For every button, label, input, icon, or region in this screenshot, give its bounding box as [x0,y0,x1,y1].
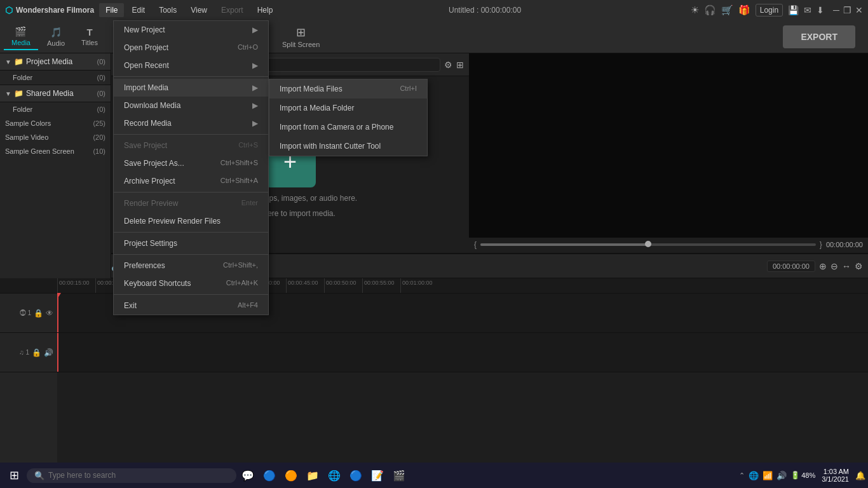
track1-eye-icon[interactable]: 👁 [46,309,53,318]
menu-tools[interactable]: Tools [153,3,183,17]
menu-download-media[interactable]: Download Media ▶ [114,97,268,114]
submenu-import-files[interactable]: Import Media Files Ctrl+I [269,79,427,98]
menu-preferences[interactable]: Preferences Ctrl+Shift+, [114,257,268,274]
submenu-import-instant[interactable]: Import with Instant Cutter Tool [269,137,427,156]
gift-icon[interactable]: 🎁 [738,4,750,16]
sun-icon[interactable]: ☀ [691,4,699,16]
close-button[interactable]: ✕ [855,5,863,15]
audio-tab-icon: 🎵 [50,27,62,38]
volume-tray-icon[interactable]: 🔊 [776,471,787,480]
clock-display[interactable]: 1:03 AM 3/1/2021 [819,468,851,483]
grid-icon[interactable]: ⊞ [456,60,464,70]
menu-export[interactable]: Export [215,3,250,17]
section-project-media-header[interactable]: ▼ 📁 Project Media (0) [0,53,111,71]
taskbar-search-icon: 🔍 [34,471,44,480]
track2-lock-icon[interactable]: 🔒 [32,348,41,357]
chevron-down-icon-2: ▼ [5,90,11,97]
wifi-icon[interactable]: 📶 [763,471,773,480]
taskbar-chrome[interactable]: 🌐 [324,465,344,485]
title-center: Untitled : 00:00:00:00 [279,6,690,15]
sample-colors-item[interactable]: Sample Colors (25) [0,116,111,130]
menu-save-project[interactable]: Save Project Ctrl+S [114,137,268,154]
menu-keyboard-shortcuts[interactable]: Keyboard Shortcuts Ctrl+Alt+K [114,274,268,292]
submenu-import-folder[interactable]: Import a Media Folder [269,98,427,118]
network-icon[interactable]: 🌐 [749,471,759,480]
split-export-area: ⊞ Split Screen EXPORT [269,20,868,53]
import-files-shortcut: Ctrl+I [400,85,417,93]
taskbar-filmora[interactable]: 🎬 [389,465,409,485]
menu-save-as[interactable]: Save Project As... Ctrl+Shift+S [114,154,268,172]
settings-icon[interactable]: ⚙ [855,261,863,271]
tray-up-icon[interactable]: ⌃ [739,471,745,480]
import-instant-label: Import with Instant Cutter Tool [280,142,381,151]
menu-help[interactable]: Help [251,3,280,17]
tab-titles[interactable]: T Titles [74,24,105,49]
track1-number: ⓵ 1 [20,309,31,316]
taskbar-cortana[interactable]: 💬 [238,465,258,485]
menu-delete-preview[interactable]: Delete Preview Render Files [114,212,268,230]
zoom-out-icon[interactable]: ⊖ [831,261,838,271]
menu-record-media[interactable]: Record Media ▶ [114,114,268,132]
menu-import-media[interactable]: Import Media ▶ Import Media Files Ctrl+I… [114,79,268,97]
menu-edit[interactable]: Edit [125,3,151,17]
taskbar-office[interactable]: 🟠 [281,465,301,485]
section-shared-media-header[interactable]: ▼ 📁 Shared Media (0) [0,85,111,102]
folder-icon-2: 📁 [14,89,24,98]
tab-audio[interactable]: 🎵 Audio [39,24,72,50]
headphone-icon[interactable]: 🎧 [704,4,716,16]
split-screen-label: Split Screen [282,41,320,48]
taskbar-word[interactable]: 📝 [367,465,388,485]
menu-project-settings[interactable]: Project Settings [114,234,268,252]
mail-icon[interactable]: ✉ [804,5,811,15]
preview-slider[interactable] [480,243,816,246]
clock-time: 1:03 AM [822,468,849,475]
playhead-line2 [57,333,58,372]
battery-indicator[interactable]: 🔋 48% [790,471,815,480]
download-icon[interactable]: ⬇ [817,5,824,15]
zoom-in-icon[interactable]: ⊕ [819,261,827,271]
left-panel: ▼ 📁 Project Media (0) Folder (0) ▼ 📁 Sha… [0,53,111,278]
minimize-button[interactable]: ─ [833,5,839,15]
chevron-down-icon: ▼ [5,58,11,65]
menu-view[interactable]: View [184,3,214,17]
track1-lock-icon[interactable]: 🔒 [34,309,43,318]
preview-video [469,53,868,238]
menu-open-project[interactable]: Open Project Ctrl+O [114,39,268,57]
export-button[interactable]: EXPORT [783,25,855,48]
project-media-folder[interactable]: Folder (0) [0,71,111,85]
sample-green-screen-item[interactable]: Sample Green Screen (10) [0,144,111,158]
start-button[interactable]: ⊞ [3,464,25,487]
record-arrow: ▶ [252,119,258,128]
audio-tab-label: Audio [47,39,65,47]
split-screen-icon: ⊞ [296,25,306,39]
track2-speaker-icon[interactable]: 🔊 [44,348,53,357]
tab-media[interactable]: 🎬 Media [4,24,38,50]
taskbar-edge[interactable]: 🔵 [259,465,280,485]
track2-body[interactable] [57,333,868,372]
folder-icon: 📁 [14,57,24,66]
sample-video-item[interactable]: Sample Video (20) [0,130,111,144]
notification-icon[interactable]: 🔔 [855,471,865,480]
taskbar-chrome2[interactable]: 🔵 [346,465,366,485]
menu-archive[interactable]: Archive Project Ctrl+Shift+A [114,172,268,190]
shared-media-folder[interactable]: Folder (0) [0,102,111,116]
taskbar-explorer[interactable]: 📁 [302,465,323,485]
split-screen-btn[interactable]: ⊞ Split Screen [282,25,320,48]
cart-icon[interactable]: 🛒 [721,4,733,16]
menu-open-recent[interactable]: Open Recent ▶ [114,57,268,74]
taskbar-search-input[interactable] [48,471,229,480]
menu-file[interactable]: File [99,3,124,17]
menu-new-project[interactable]: New Project ▶ [114,21,268,39]
menu-render-preview[interactable]: Render Preview Enter [114,194,268,212]
fit-icon[interactable]: ↔ [842,261,851,271]
menu-exit[interactable]: Exit Alt+F4 [114,297,268,315]
filter-icon[interactable]: ⚙ [444,60,452,70]
submenu-import-camera[interactable]: Import from a Camera or a Phone [269,118,427,137]
shared-media-count: (0) [97,90,105,97]
playhead-line [57,294,58,332]
save-icon[interactable]: 💾 [788,5,799,15]
titles-tab-icon: T [86,27,92,37]
folder-sub-count: (0) [97,74,105,81]
login-button[interactable]: Login [756,4,783,17]
maximize-button[interactable]: ❐ [843,5,851,15]
